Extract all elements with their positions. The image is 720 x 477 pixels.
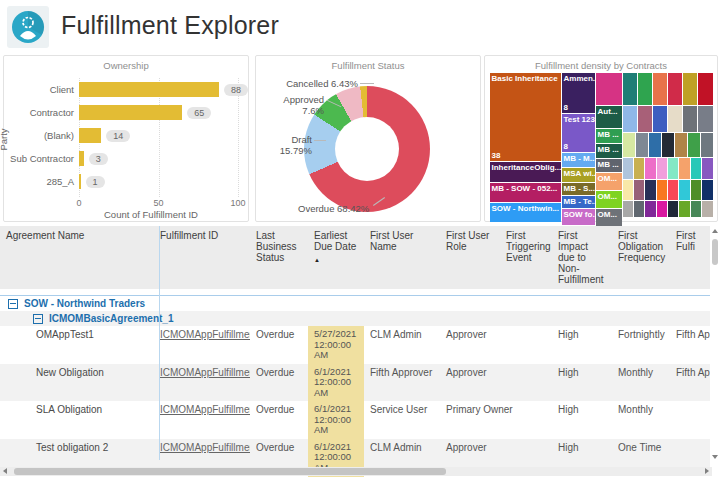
treemap-tile[interactable] — [691, 158, 701, 179]
treemap-tile[interactable] — [638, 106, 652, 132]
bar[interactable] — [79, 151, 84, 166]
treemap-tile[interactable] — [638, 73, 652, 106]
bar[interactable] — [79, 105, 182, 120]
treemap-tile[interactable]: MB ... — [596, 159, 622, 172]
column-header[interactable]: Fulfillment ID — [154, 226, 250, 289]
treemap-tile[interactable]: InheritanceOblig... — [490, 162, 561, 182]
bar[interactable] — [79, 128, 101, 143]
treemap-tile[interactable]: MB - S... — [562, 183, 595, 195]
treemap-tile[interactable]: MB - SOW - 052... — [490, 183, 561, 202]
column-header[interactable]: Last Business Status — [250, 226, 308, 289]
treemap-tile[interactable] — [636, 133, 648, 157]
table-row[interactable]: OMAppTest1ICMOMAppFulfillment_10Overdue5… — [0, 326, 710, 364]
column-header[interactable]: First Impact due to Non-Fulfillment — [552, 226, 612, 289]
treemap-tile[interactable] — [668, 201, 678, 217]
fulfillment-id-link[interactable]: ICMOMAppFulfillment_5 — [160, 442, 250, 453]
treemap-tile[interactable]: Aut... — [596, 106, 622, 128]
vertical-scrollbar[interactable] — [711, 229, 719, 459]
treemap-tile[interactable]: Ammen...8 — [562, 73, 595, 113]
treemap-tile[interactable] — [668, 158, 678, 179]
treemap-tile[interactable] — [702, 180, 712, 200]
treemap-tile[interactable] — [679, 180, 689, 200]
fulfillment-id-link[interactable]: ICMOMAppFulfillment_131 — [160, 367, 250, 378]
treemap-tile[interactable]: MB ... — [596, 144, 622, 158]
treemap-tile[interactable] — [668, 73, 682, 106]
treemap-tile[interactable]: MB - Te... — [562, 196, 595, 208]
column-header[interactable]: First Obligation Frequency — [612, 226, 670, 289]
column-header[interactable]: First Triggering Event — [500, 226, 552, 289]
group-row[interactable]: ICMOMBasicAgreement_1 — [0, 311, 710, 326]
treemap-tile[interactable] — [623, 73, 637, 106]
column-header[interactable]: Agreement Name — [0, 226, 154, 289]
treemap-tile-label: MB - Te... — [562, 196, 595, 207]
column-header[interactable]: First Fulfi — [670, 226, 710, 289]
table-row[interactable]: New ObligationICMOMAppFulfillment_131Ove… — [0, 364, 710, 402]
treemap-tile[interactable] — [634, 180, 644, 200]
collapse-icon[interactable] — [33, 314, 43, 324]
scroll-up-icon[interactable] — [712, 229, 718, 233]
treemap-tile[interactable] — [691, 180, 701, 200]
treemap-tile[interactable] — [634, 201, 644, 217]
bar[interactable] — [79, 82, 219, 97]
treemap-tile[interactable] — [657, 201, 667, 217]
treemap-tile[interactable] — [679, 158, 689, 179]
horizontal-scroll-thumb[interactable] — [14, 468, 446, 475]
treemap-tile[interactable] — [623, 133, 635, 157]
collapse-icon[interactable] — [8, 299, 18, 309]
fulfillment-id-link[interactable]: ICMOMAppFulfillment_4 — [160, 404, 250, 415]
scroll-down-icon[interactable] — [712, 455, 718, 459]
treemap-tile[interactable] — [683, 73, 697, 106]
treemap-tile[interactable] — [645, 158, 655, 179]
bar-category-label: Contractor — [8, 107, 79, 118]
bar[interactable] — [79, 174, 81, 189]
treemap-tile[interactable] — [623, 106, 637, 132]
treemap-tile[interactable] — [657, 158, 667, 179]
group-row[interactable]: SOW - Northwind Traders — [0, 296, 710, 311]
treemap-tile[interactable]: OM... — [596, 191, 622, 208]
treemap-tile[interactable] — [698, 106, 712, 132]
treemap-tile[interactable] — [691, 201, 701, 217]
table-row[interactable]: SLA ObligationICMOMAppFulfillment_4Overd… — [0, 401, 710, 439]
treemap-tile[interactable] — [662, 133, 674, 157]
treemap-tile[interactable] — [702, 201, 712, 217]
treemap-tile[interactable] — [668, 180, 678, 200]
treemap-tile[interactable] — [675, 133, 687, 157]
column-header[interactable]: First User Role — [440, 226, 500, 289]
treemap-tile[interactable] — [668, 106, 682, 132]
scroll-left-icon[interactable] — [3, 468, 7, 474]
column-header[interactable]: First User Name — [364, 226, 440, 289]
treemap-tile[interactable]: SOW fo... — [562, 209, 595, 225]
treemap-tile[interactable]: MB ... — [596, 129, 622, 143]
treemap-tile[interactable]: SOW - Northwin... — [490, 203, 561, 222]
treemap-tile[interactable] — [596, 73, 622, 105]
scroll-right-icon[interactable] — [705, 468, 709, 474]
treemap-tile[interactable] — [623, 180, 633, 200]
treemap-tile[interactable] — [702, 158, 712, 179]
vertical-scroll-thumb[interactable] — [712, 239, 718, 265]
treemap-tile[interactable] — [688, 133, 700, 157]
column-header[interactable]: Earliest Due Date▲ — [308, 226, 364, 289]
cell: Fifth Approver — [364, 364, 440, 402]
treemap-tile[interactable]: OM... — [596, 173, 622, 190]
treemap-tile[interactable] — [645, 180, 655, 200]
treemap-tile[interactable]: Basic Inheritance38 — [490, 73, 561, 161]
treemap-tile[interactable] — [701, 133, 713, 157]
treemap-tile[interactable] — [649, 133, 661, 157]
treemap-tile[interactable] — [653, 73, 667, 106]
treemap-tile[interactable] — [645, 201, 655, 217]
treemap-tile[interactable] — [657, 180, 667, 200]
treemap-tile[interactable] — [623, 158, 633, 179]
treemap-tile[interactable] — [683, 106, 697, 132]
treemap-tile[interactable]: OM... — [596, 209, 622, 226]
callout-line — [314, 140, 326, 141]
horizontal-scrollbar[interactable] — [0, 467, 712, 476]
fulfillment-id-link[interactable]: ICMOMAppFulfillment_10 — [160, 329, 250, 340]
treemap-tile[interactable] — [623, 201, 633, 217]
treemap-tile[interactable] — [698, 73, 712, 106]
treemap-tile[interactable] — [653, 106, 667, 132]
treemap-tile[interactable]: Test 1238 — [562, 114, 595, 152]
treemap-tile[interactable]: MSA wi... — [562, 168, 595, 182]
treemap-tile[interactable] — [634, 158, 644, 179]
treemap-tile[interactable] — [679, 201, 689, 217]
treemap-tile[interactable]: MB - M... — [562, 153, 595, 167]
